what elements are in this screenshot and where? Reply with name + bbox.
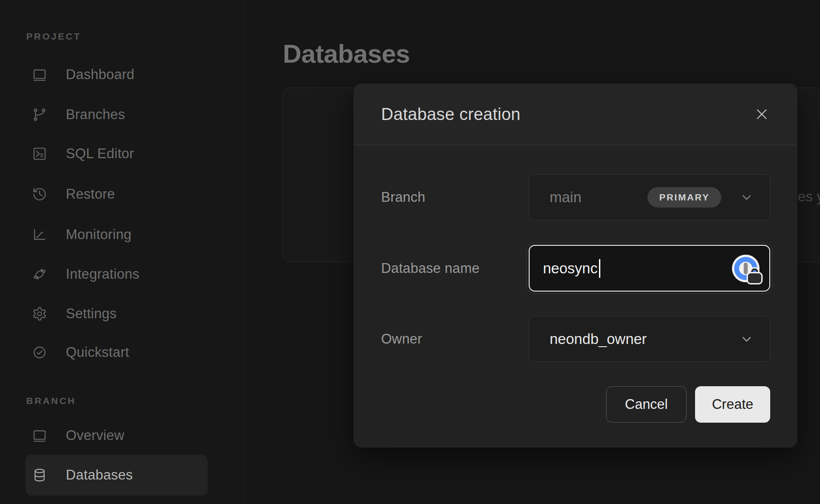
sidebar-item-dashboard[interactable]: Dashboard: [25, 61, 208, 88]
sidebar-item-quickstart[interactable]: Quickstart: [25, 339, 208, 366]
sidebar-item-branches[interactable]: Branches: [25, 101, 208, 128]
sidebar-item-label: Integrations: [66, 266, 140, 282]
sidebar-item-databases[interactable]: Databases: [25, 455, 208, 496]
branch-label: Branch: [381, 189, 529, 205]
sidebar-item-settings[interactable]: Settings: [25, 300, 208, 327]
create-button[interactable]: Create: [695, 386, 770, 423]
database-icon: [32, 468, 47, 483]
sidebar-item-overview[interactable]: Overview: [25, 422, 208, 449]
chevron-down-icon: [740, 332, 754, 346]
cancel-button[interactable]: Cancel: [606, 386, 687, 423]
sidebar-item-label: SQL Editor: [66, 146, 134, 162]
text-cursor: [599, 259, 600, 278]
background-text-fragment: es y: [798, 188, 820, 205]
sidebar-item-label: Restore: [66, 186, 115, 202]
chevron-down-icon: [740, 190, 754, 204]
sidebar-item-label: Branches: [66, 107, 125, 123]
database-name-label: Database name: [381, 260, 529, 276]
sidebar-item-label: Monitoring: [66, 227, 132, 243]
primary-badge: PRIMARY: [647, 187, 721, 208]
check-circle-icon: [32, 345, 47, 360]
owner-select[interactable]: neondb_owner: [529, 316, 770, 362]
sidebar-section-branch: BRANCH: [26, 396, 76, 406]
lock-icon: [748, 273, 761, 283]
database-name-field-row: Database name neosync: [381, 245, 770, 292]
owner-label: Owner: [381, 331, 529, 347]
branch-field-row: Branch main PRIMARY: [381, 174, 770, 220]
sidebar-item-label: Databases: [66, 467, 133, 483]
sidebar-item-label: Overview: [66, 428, 125, 444]
modal-title: Database creation: [381, 105, 752, 124]
modal-body: Branch main PRIMARY Database name neosyn…: [354, 174, 797, 423]
owner-value: neondb_owner: [550, 331, 647, 348]
sql-editor-icon: [32, 146, 47, 161]
neon-console: PROJECT Dashboard Branches SQL Editor Re…: [0, 0, 820, 504]
onepassword-icon[interactable]: [732, 255, 760, 282]
sidebar-item-label: Quickstart: [66, 344, 129, 360]
owner-field-row: Owner neondb_owner: [381, 316, 770, 362]
close-icon: [754, 106, 770, 122]
page-title: Databases: [283, 39, 410, 68]
database-name-value: neosync: [543, 260, 598, 277]
modal-header: Database creation: [354, 84, 797, 145]
sidebar-item-sql-editor[interactable]: SQL Editor: [25, 140, 208, 167]
sidebar-section-project: PROJECT: [26, 31, 81, 42]
sidebar-item-integrations[interactable]: Integrations: [25, 261, 208, 288]
sidebar-item-label: Settings: [66, 306, 117, 322]
sidebar-item-monitoring[interactable]: Monitoring: [25, 221, 208, 248]
modal-actions: Cancel Create: [381, 386, 770, 423]
branch-value: main: [550, 189, 582, 206]
database-creation-modal: Database creation Branch main PRIMARY: [354, 84, 797, 448]
close-button[interactable]: [752, 104, 772, 124]
git-branch-icon: [32, 107, 47, 122]
monitoring-icon: [32, 227, 47, 242]
overview-icon: [32, 428, 47, 443]
database-name-input[interactable]: neosync: [529, 245, 770, 292]
dashboard-icon: [32, 67, 47, 82]
sidebar-item-label: Dashboard: [66, 67, 134, 83]
sidebar-item-restore[interactable]: Restore: [25, 181, 208, 208]
gear-icon: [32, 306, 47, 321]
branch-select[interactable]: main PRIMARY: [529, 174, 770, 220]
sidebar: PROJECT Dashboard Branches SQL Editor Re…: [0, 0, 245, 504]
history-icon: [32, 187, 47, 202]
integrations-icon: [32, 267, 47, 282]
